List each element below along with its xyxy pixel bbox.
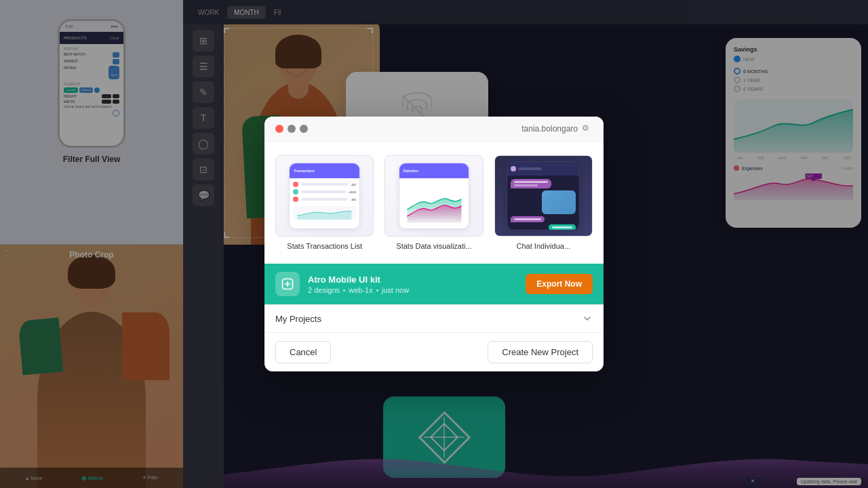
modal-footer: Cancel Create New Project <box>264 332 604 371</box>
modal-overlay: tania.bolongaro ⚙ Transactions <box>0 0 868 488</box>
traffic-light-red[interactable] <box>275 125 283 133</box>
traffic-light-green <box>300 125 308 133</box>
export-meta: 2 designs web-1x just now <box>308 286 517 294</box>
export-logo-icon <box>281 277 294 291</box>
cancel-button[interactable]: Cancel <box>275 341 331 363</box>
export-modal: tania.bolongaro ⚙ Transactions <box>264 117 604 371</box>
modal-header: tania.bolongaro ⚙ <box>264 117 604 142</box>
thumb-label-stats-trans: Stats Transactions List <box>287 242 362 250</box>
modal-user: tania.bolongaro ⚙ <box>521 123 593 134</box>
thumb-label-stats-data: Stats Data visualizati... <box>396 242 471 250</box>
projects-label: My Projects <box>275 314 321 324</box>
export-banner: Atro Mobile UI kit 2 designs web-1x just… <box>264 264 604 304</box>
export-title: Atro Mobile UI kit <box>308 274 517 285</box>
thumb-chat-individual[interactable]: Chat Individua... <box>494 155 593 250</box>
chevron-down-icon <box>582 313 593 324</box>
export-icon-wrap <box>275 272 300 296</box>
thumb-img-stats-data: Statistics <box>384 155 483 237</box>
export-text-block: Atro Mobile UI kit 2 designs web-1x just… <box>308 274 517 294</box>
traffic-lights <box>275 125 308 133</box>
thumb-stats-transactions[interactable]: Transactions -$25 <box>275 155 374 250</box>
modal-projects-row[interactable]: My Projects <box>264 304 604 332</box>
modal-thumbnails: Transactions -$25 <box>264 142 604 264</box>
traffic-light-yellow <box>288 125 296 133</box>
gear-icon[interactable]: ⚙ <box>582 123 593 134</box>
export-now-button[interactable]: Export Now <box>526 274 593 294</box>
username: tania.bolongaro <box>521 124 578 134</box>
thumb-img-chat <box>494 155 593 237</box>
thumb-label-chat: Chat Individua... <box>517 242 571 250</box>
create-new-project-button[interactable]: Create New Project <box>488 341 593 363</box>
thumb-img-stats-trans: Transactions -$25 <box>275 155 374 237</box>
thumb-stats-data[interactable]: Statistics <box>384 155 483 250</box>
